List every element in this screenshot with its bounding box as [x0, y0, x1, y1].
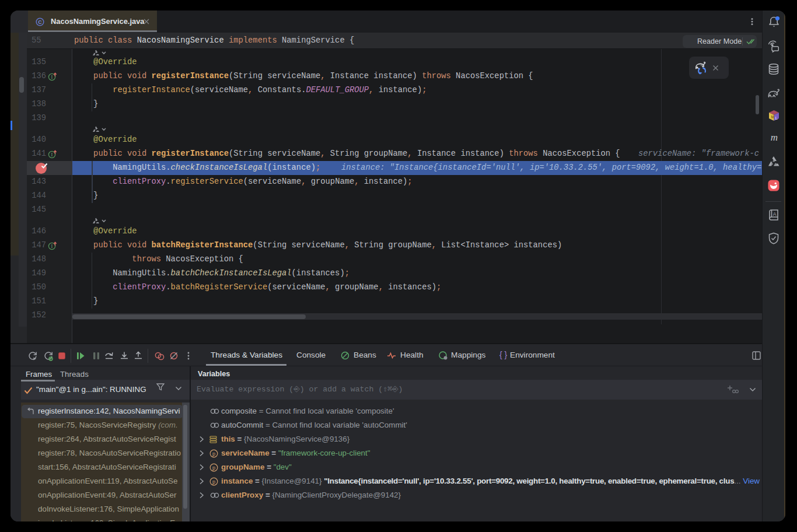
svg-text:C: C	[38, 19, 42, 25]
svg-text:A: A	[773, 211, 777, 217]
svg-text:p: p	[212, 451, 215, 457]
svg-text:I: I	[51, 74, 53, 80]
svg-text:M: M	[771, 115, 775, 119]
svg-text:p: p	[212, 479, 215, 485]
svg-text:I: I	[51, 243, 53, 249]
svg-text:L: L	[775, 116, 778, 120]
svg-text:p: p	[212, 465, 215, 471]
svg-text:I: I	[51, 152, 53, 158]
